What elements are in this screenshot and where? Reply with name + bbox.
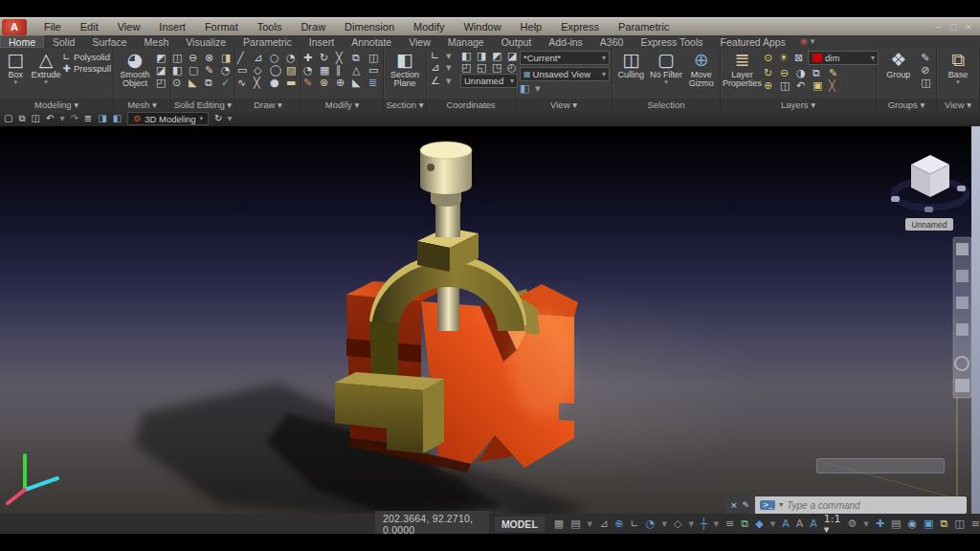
union-icon[interactable]: ◫ bbox=[172, 53, 185, 63]
box-button[interactable]: □Box▾ bbox=[2, 49, 30, 88]
tab-manage[interactable]: Manage bbox=[439, 35, 493, 48]
qat-redo-icon[interactable]: ↷ bbox=[70, 114, 78, 123]
ucs-view-icon[interactable]: ◳ bbox=[492, 62, 503, 73]
view-manager-arrow-icon[interactable]: ▾ bbox=[535, 83, 546, 94]
isolate-objects-icon[interactable]: ◉ bbox=[908, 518, 918, 529]
qat-undo-icon[interactable]: ↶ bbox=[46, 114, 54, 123]
layer-freeze-icon[interactable]: ↻ bbox=[764, 68, 776, 78]
menu-window[interactable]: Window bbox=[454, 19, 510, 34]
extrude-button[interactable]: △Extrude▾ bbox=[32, 49, 61, 88]
qat-save-as-icon[interactable]: ◨ bbox=[98, 114, 106, 123]
ucs-world-icon[interactable]: ◧ bbox=[461, 51, 473, 61]
arc-icon[interactable]: ◔ bbox=[286, 53, 299, 63]
polygon-icon[interactable]: ◇ bbox=[254, 65, 266, 76]
ucs-named-arrow-icon[interactable]: ▾ bbox=[446, 76, 457, 86]
rotate-icon[interactable]: ↻ bbox=[320, 53, 332, 63]
tab-output[interactable]: Output bbox=[493, 35, 541, 48]
stretch-icon[interactable]: ▭ bbox=[368, 65, 381, 76]
line-icon[interactable]: ╱ bbox=[237, 53, 250, 63]
join-icon[interactable]: ⊕ bbox=[336, 77, 348, 88]
vertical-scrollbar[interactable] bbox=[971, 126, 980, 514]
annotation-monitor-icon[interactable]: ✚ bbox=[876, 518, 884, 529]
panel-label-mesh[interactable]: Mesh ▾ bbox=[114, 99, 170, 111]
menu-dimension[interactable]: Dimension bbox=[335, 19, 404, 34]
visual-style-dropdown[interactable]: *Current*▾ bbox=[520, 51, 610, 65]
panel-label-modeling[interactable]: Modeling ▾ bbox=[0, 99, 113, 111]
annotation-autoscale-icon[interactable]: A bbox=[796, 518, 804, 529]
menu-modify[interactable]: Modify bbox=[404, 19, 454, 34]
array-icon[interactable]: ▦ bbox=[320, 65, 332, 76]
minimize-button[interactable]: − bbox=[934, 23, 942, 32]
slice-icon[interactable]: ◨ bbox=[221, 53, 234, 63]
erase-icon[interactable]: ✎ bbox=[303, 77, 316, 88]
presspull-button[interactable]: ✚Presspull bbox=[63, 63, 111, 74]
ucs-icon[interactable]: ∟ bbox=[431, 51, 442, 61]
layer-previous-icon[interactable]: ↶ bbox=[796, 80, 809, 91]
menu-insert[interactable]: Insert bbox=[149, 19, 195, 34]
trim-icon[interactable]: ╳ bbox=[336, 53, 348, 63]
box-flyout-icon[interactable]: ▾ bbox=[13, 79, 17, 86]
intersect-icon[interactable]: ⊗ bbox=[205, 53, 217, 63]
clean-screen-icon[interactable]: ⧉ bbox=[941, 518, 948, 529]
spline-icon[interactable]: ∿ bbox=[237, 77, 250, 88]
view-dropdown[interactable]: ▦Unsaved View▾ bbox=[520, 67, 610, 81]
construction-line-icon[interactable]: ╳ bbox=[254, 77, 266, 88]
tab-view[interactable]: View bbox=[400, 35, 439, 48]
restore-button[interactable]: ▢ bbox=[949, 23, 958, 32]
layer-off-icon[interactable]: ⊖ bbox=[780, 68, 792, 78]
culling-button[interactable]: ◫Culling bbox=[614, 49, 648, 79]
layer-dropdown[interactable]: dim▾ bbox=[808, 51, 879, 65]
ortho-icon[interactable]: ∟ bbox=[631, 518, 639, 529]
tab-parametric[interactable]: Parametric bbox=[234, 35, 301, 48]
qat-new-icon[interactable]: ▢ bbox=[4, 114, 12, 123]
copy-icon[interactable]: ⧉ bbox=[352, 53, 365, 63]
hatch-icon[interactable]: ▨ bbox=[286, 65, 299, 76]
command-customize-icon[interactable]: ✎ bbox=[743, 501, 750, 510]
polar-tracking-icon[interactable]: ◔ bbox=[646, 518, 656, 529]
mesh-refine-icon[interactable]: ◰ bbox=[156, 77, 168, 88]
menu-parametric[interactable]: Parametric bbox=[609, 19, 679, 34]
extrude-flyout-icon[interactable]: ▾ bbox=[44, 79, 48, 86]
subtract-icon[interactable]: ⊖ bbox=[189, 53, 201, 63]
imprint-icon[interactable]: ✎ bbox=[205, 65, 217, 76]
ellipse-icon[interactable]: ◯ bbox=[270, 65, 282, 76]
move-gizmo-button[interactable]: ⊕Move Gizmo bbox=[684, 49, 718, 89]
group-button[interactable]: ❖Group bbox=[880, 49, 918, 79]
smooth-less-icon[interactable]: ◪ bbox=[156, 65, 168, 76]
fullscreen-icon[interactable]: ◫ bbox=[954, 518, 964, 529]
panel-label-groups[interactable]: Groups ▾ bbox=[877, 99, 936, 111]
menu-file[interactable]: File bbox=[34, 19, 71, 34]
clamp-screw[interactable] bbox=[420, 142, 472, 237]
qat-more-icon[interactable]: ▾ bbox=[227, 114, 232, 123]
snap-arrow-icon[interactable]: ▾ bbox=[588, 518, 593, 529]
qat-undo-arrow-icon[interactable]: ▾ bbox=[59, 114, 64, 123]
close-button[interactable]: × bbox=[965, 23, 972, 32]
smooth-object-button[interactable]: ◕Smooth Object bbox=[116, 49, 154, 89]
ucs-x-icon[interactable]: ◨ bbox=[477, 51, 488, 61]
panel-label-selection[interactable]: Selection bbox=[612, 99, 720, 111]
section-plane-button[interactable]: ◧Section Plane bbox=[386, 49, 424, 89]
dynamic-input-icon[interactable]: ⊕ bbox=[614, 518, 623, 529]
layer-isolate-icon[interactable]: ◑ bbox=[796, 68, 809, 78]
workspace-switching-icon[interactable]: ⚙ bbox=[847, 518, 857, 529]
properties-icon[interactable]: ≣ bbox=[368, 77, 381, 88]
command-history-icon[interactable]: ▾ bbox=[779, 501, 783, 509]
panel-label-draw[interactable]: Draw ▾ bbox=[235, 99, 301, 111]
group-edit-icon[interactable]: ✎ bbox=[921, 53, 933, 63]
lineweight-icon[interactable]: ≡ bbox=[725, 518, 734, 529]
smooth-more-icon[interactable]: ◩ bbox=[156, 53, 168, 63]
region-icon[interactable]: ▬ bbox=[286, 77, 299, 88]
tab-surface[interactable]: Surface bbox=[83, 35, 135, 48]
offset-edge-icon[interactable]: ◔ bbox=[221, 65, 234, 76]
viewcube-ucs-button[interactable]: Unnamed bbox=[905, 218, 953, 231]
tab-express-tools[interactable]: Express Tools bbox=[632, 35, 711, 48]
no-filter-button[interactable]: ▢No Filter▾ bbox=[650, 49, 683, 88]
ucs-previous-icon[interactable]: ⊿ bbox=[431, 62, 442, 73]
qat-batch-save-icon[interactable]: ◧ bbox=[113, 114, 122, 123]
quick-properties-icon[interactable]: ▤ bbox=[891, 518, 901, 529]
panel-label-modify[interactable]: Modify ▾ bbox=[301, 99, 383, 111]
workspace-arrow-icon[interactable]: ▾ bbox=[863, 518, 869, 529]
ucs-y-icon[interactable]: ◩ bbox=[492, 51, 503, 61]
move-icon[interactable]: ✚ bbox=[303, 53, 316, 63]
copy-to-layer-icon[interactable]: ⧉ bbox=[813, 68, 825, 78]
